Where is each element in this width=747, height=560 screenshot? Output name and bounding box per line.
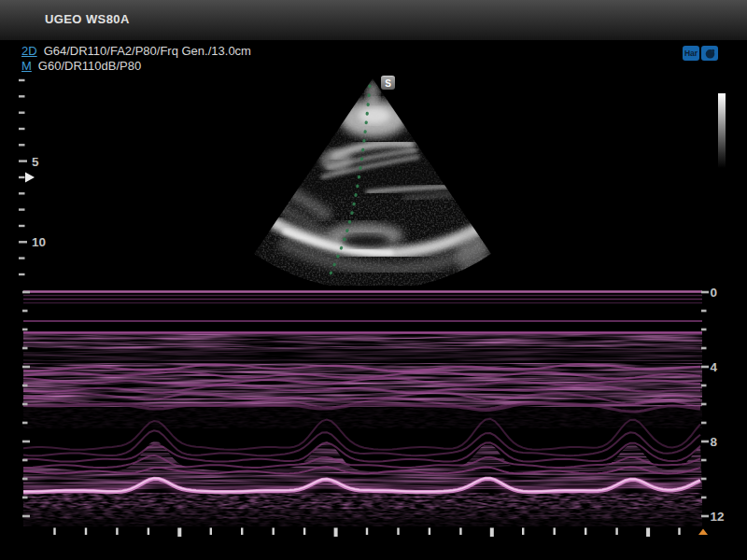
time-tick [303,528,305,536]
mmode-depth-tick-right [701,459,707,462]
imaging-display: 510 04812 [0,0,747,560]
status-line-2d: 2DG64/DR110/FA2/P80/Frq Gen./13.0cm [21,44,251,58]
mmode-depth-tick-right [701,366,709,369]
mode-2d-label: 2D [21,44,37,58]
mmode-depth-label: 8 [711,435,718,449]
mmode-depth-tick-left [22,329,28,331]
depth-tick [19,208,25,210]
time-tick [366,528,368,536]
time-tick [522,528,524,536]
depth-label: 5 [32,155,39,169]
time-tick [116,528,118,536]
harmonic-badge: Har [683,46,699,61]
mmode-depth-tick-right [701,347,707,350]
mmode-depth-tick-right [701,329,707,331]
depth-tick [19,176,25,178]
time-tick [85,528,87,536]
depth-label: 10 [32,235,46,249]
mode-m-label: M [21,59,32,73]
params-m: G60/DR110dB/P80 [38,59,141,73]
mmode-depth-tick-right [701,291,709,294]
time-tick [210,528,212,536]
title-bar: UGEO WS80A [0,0,747,40]
params-2d: G64/DR110/FA2/P80/Frq Gen./13.0cm [44,44,251,58]
probe-icon [701,46,718,61]
mmode-depth-tick-left [22,403,28,406]
depth-tick [19,112,25,114]
time-tick [241,528,243,536]
time-tick [53,528,55,536]
mmode-depth-tick-left [22,347,28,350]
time-tick [646,528,650,538]
time-tick [490,528,494,538]
mmode-depth-tick-left [22,441,30,443]
depth-tick [19,257,25,259]
mmode-depth-tick-left [22,291,30,294]
orientation-marker: S [381,76,395,90]
mmode-depth-tick-right [701,515,709,518]
depth-tick [19,144,25,146]
mmode-depth-label: 4 [711,360,718,374]
time-tick [334,528,338,538]
depth-tick [19,225,25,227]
time-tick [615,528,617,536]
mmode-depth-tick-left [22,310,28,313]
mmode-depth-tick-right [701,403,707,406]
mmode-depth-tick-left [22,497,28,499]
time-tick [273,528,275,536]
grayscale-bar [718,93,726,168]
depth-tick [19,192,25,194]
depth-tick [19,79,25,81]
mmode-depth-tick-right [701,310,707,313]
time-tick [554,528,556,536]
status-line-m: MG60/DR110dB/P80 [21,59,141,73]
mmode-depth-label: 12 [711,510,725,524]
mmode-depth-label: 0 [711,286,718,300]
mmode-depth-tick-right [701,385,707,387]
mmode-depth-tick-right [701,497,707,499]
window-title: UGEO WS80A [45,12,130,26]
time-tick [177,528,181,538]
ultrasound-screen: 510 04812 UGEO WS80A 2DG64/DR110/FA2/P80… [0,0,747,560]
time-tick [429,528,430,536]
time-tick [585,528,586,536]
depth-tick [19,273,25,275]
mmode-depth-tick-left [22,385,28,387]
mmode-depth-tick-left [22,366,30,369]
mmode-depth-tick-left [22,515,30,518]
mmode-depth-tick-right [701,478,707,481]
time-tick [397,528,399,536]
mmode-depth-tick-left [22,459,28,462]
depth-tick [19,160,27,161]
transducer-icon [704,48,716,60]
time-tick [148,528,149,536]
mmode-depth-tick-left [22,478,28,481]
time-tick [678,528,680,536]
time-tick [459,528,461,536]
depth-tick [19,241,27,243]
depth-tick [19,95,25,97]
mmode-trace-area [23,286,702,527]
mmode-depth-tick-left [22,422,28,425]
depth-tick [19,128,25,130]
mmode-depth-tick-right [701,441,709,443]
mmode-depth-tick-right [701,422,707,425]
